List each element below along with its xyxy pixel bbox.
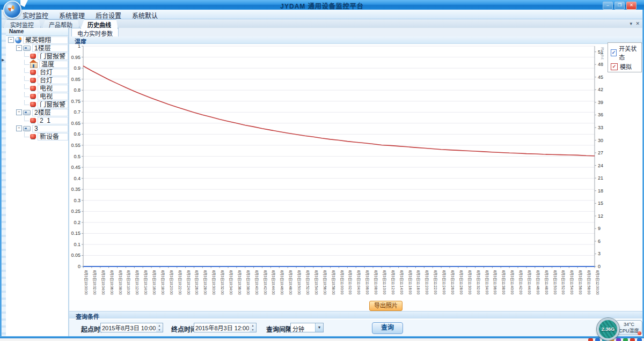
tree-item-7[interactable]: 电视	[6, 92, 68, 100]
main-panel: 电力实时参数 温度 00.050.10.150.20.250.30.350.40…	[69, 28, 642, 336]
alarm-icon	[30, 118, 36, 123]
svg-text:3: 3	[598, 251, 601, 256]
alarm-icon	[30, 134, 36, 139]
svg-text:8月3日12:00:00: 8月3日12:00:00	[595, 270, 599, 295]
svg-text:8月3日10:20:00: 8月3日10:20:00	[169, 270, 173, 295]
tree-item-2[interactable]: 门窗报警	[6, 52, 68, 60]
export-image-button[interactable]: 导出照片	[369, 301, 402, 311]
tree-item-5[interactable]: 台灯	[6, 76, 68, 84]
tree-item-11[interactable]: −3	[6, 124, 68, 132]
tree-item-9[interactable]: −2楼层	[6, 108, 68, 116]
splitter-arrow-icon[interactable]: ▶	[2, 58, 4, 62]
svg-text:0.45: 0.45	[71, 165, 80, 170]
svg-text:21: 21	[598, 175, 603, 181]
spinner-down-icon[interactable]: ▼	[250, 328, 256, 332]
start-time-spinner[interactable]: ▲ ▼	[156, 323, 163, 332]
tab-dropdown-icon[interactable]: ▾	[630, 21, 632, 26]
menu-items: 实时监控系统管理后台设置系统默认	[0, 10, 644, 20]
interval-label: 查询间隔	[266, 324, 292, 333]
svg-text:0.4: 0.4	[74, 176, 80, 181]
svg-text:8月3日11:00:00: 8月3日11:00:00	[340, 270, 344, 294]
restore-icon[interactable]: ❐	[614, 2, 625, 10]
svg-text:8月3日11:26:00: 8月3日11:26:00	[450, 270, 455, 294]
panel-splitter[interactable]: ▶	[2, 28, 6, 336]
svg-text:0.1: 0.1	[74, 242, 80, 247]
tree-item-6[interactable]: 电视	[6, 84, 68, 92]
svg-text:8月3日11:50:00: 8月3日11:50:00	[553, 270, 557, 294]
tab-2[interactable]: 历史曲线	[80, 19, 118, 29]
svg-text:8月3日10:24:00: 8月3日10:24:00	[186, 270, 191, 295]
expander-icon[interactable]: −	[16, 45, 22, 51]
svg-text:6: 6	[598, 239, 601, 244]
svg-text:8月3日10:22:00: 8月3日10:22:00	[178, 270, 182, 295]
svg-text:8月3日10:58:00: 8月3日10:58:00	[331, 270, 335, 295]
checkbox-icon[interactable]: ✓	[611, 63, 618, 70]
svg-text:8月3日10:48:00: 8月3日10:48:00	[288, 270, 292, 295]
tree-item-1[interactable]: −1楼层	[6, 44, 68, 52]
svg-text:8月3日11:24:00: 8月3日11:24:00	[442, 270, 446, 294]
svg-text:0: 0	[78, 264, 80, 269]
spinner-up-icon[interactable]: ▲	[250, 323, 256, 328]
interval-select[interactable]: 分钟 ▼	[290, 323, 324, 332]
svg-text:33: 33	[598, 125, 603, 130]
device-tree-panel: ▶ Name −聚英翱翔−1楼层门窗报警温度台灯台灯电视电视门窗报警−2楼层2_…	[2, 28, 69, 336]
svg-text:8月3日10:12:00: 8月3日10:12:00	[135, 270, 139, 295]
spinner-down-icon[interactable]: ▼	[156, 328, 163, 332]
svg-text:0: 0	[598, 264, 601, 269]
desktop-icon	[630, 338, 635, 341]
checkbox-icon[interactable]: ✓	[611, 49, 617, 56]
tab-0[interactable]: 实时监控	[3, 19, 41, 28]
svg-text:8月3日10:08:00: 8月3日10:08:00	[118, 270, 122, 295]
tree-item-3[interactable]: 温度	[6, 60, 68, 68]
tab-close-icon[interactable]: ✕	[635, 21, 640, 26]
tree-connector	[24, 84, 29, 89]
legend-label: 模拟	[620, 62, 632, 71]
svg-text:8月3日10:50:00: 8月3日10:50:00	[297, 270, 301, 295]
svg-text:8月3日11:44:00: 8月3日11:44:00	[527, 270, 531, 294]
svg-text:8月3日10:32:00: 8月3日10:32:00	[220, 270, 224, 295]
globe-icon	[15, 37, 21, 43]
tree-item-4[interactable]: 台灯	[6, 68, 68, 76]
start-time-input[interactable]	[100, 323, 157, 332]
query-button[interactable]: 查询	[372, 322, 403, 334]
tab-1[interactable]: 产品帮助	[42, 19, 79, 28]
svg-text:8月3日10:46:00: 8月3日10:46:00	[280, 270, 284, 295]
svg-text:0.35: 0.35	[71, 187, 80, 192]
svg-text:8月3日10:54:00: 8月3日10:54:00	[314, 270, 318, 295]
query-conditions-header: 查询条件	[69, 311, 642, 318]
minimize-icon[interactable]: –	[603, 2, 613, 10]
end-time-input[interactable]	[194, 323, 251, 332]
tree-item-10[interactable]: 2_1	[6, 116, 68, 124]
svg-text:8月3日10:00:00: 8月3日10:00:00	[84, 270, 88, 295]
device-icon	[23, 46, 31, 51]
end-time-spinner[interactable]: ▲ ▼	[250, 323, 257, 332]
expander-icon[interactable]: −	[16, 125, 22, 131]
select-dropdown-icon[interactable]: ▼	[315, 323, 323, 332]
svg-text:8月3日11:08:00: 8月3日11:08:00	[374, 270, 378, 294]
desktop-icon	[595, 338, 600, 341]
tree-item-0[interactable]: −聚英翱翔	[6, 36, 68, 44]
legend-label: 开关状态	[619, 44, 639, 61]
title-bar: JYDAM 通用设备监控平台	[0, 0, 644, 10]
svg-text:18: 18	[598, 188, 603, 194]
svg-text:8月3日10:02:00: 8月3日10:02:00	[92, 270, 97, 295]
svg-text:45: 45	[598, 75, 603, 80]
memory-gauge: 2.36G	[597, 318, 619, 340]
svg-text:36: 36	[598, 112, 603, 117]
tree-item-label: 电视	[38, 85, 68, 92]
spinner-up-icon[interactable]: ▲	[156, 323, 163, 328]
tree-item-label: 2_1	[38, 117, 68, 124]
tabs: 实时监控产品帮助历史曲线	[3, 19, 119, 28]
tree-item-12[interactable]: 新设备	[6, 132, 68, 140]
expander-icon[interactable]: −	[16, 109, 22, 115]
svg-text:0.85: 0.85	[71, 77, 80, 82]
svg-text:8月3日11:48:00: 8月3日11:48:00	[544, 270, 548, 294]
expander-icon[interactable]: −	[8, 37, 14, 43]
close-icon[interactable]: ✕	[626, 2, 636, 10]
alarm-icon	[30, 54, 36, 58]
tree-item-8[interactable]: 门窗报警	[6, 100, 68, 108]
tree-item-label: 门窗报警	[38, 53, 68, 60]
svg-text:8月3日11:28:00: 8月3日11:28:00	[459, 270, 463, 294]
device-icon	[23, 110, 31, 115]
svg-text:8月3日10:40:00: 8月3日10:40:00	[254, 270, 259, 295]
